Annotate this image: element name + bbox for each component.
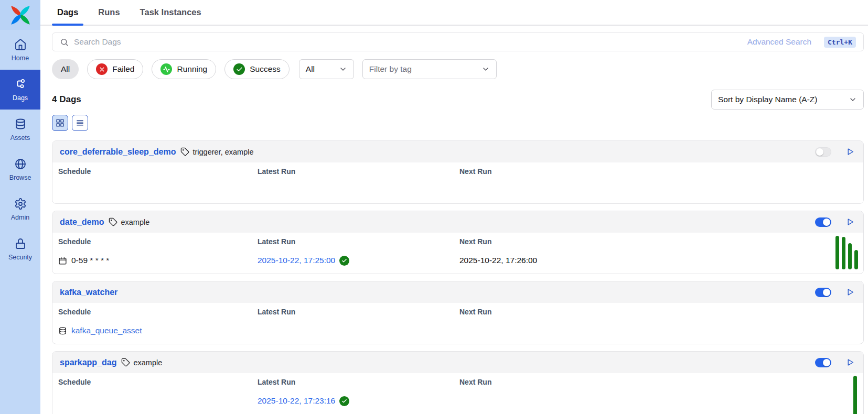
toggle-knob	[823, 219, 830, 226]
latest-run-value: 2025-10-22, 17:25:00	[258, 256, 459, 266]
success-state-icon	[233, 63, 245, 75]
trigger-dag-button[interactable]	[844, 287, 856, 298]
dag-card-list: core_deferrable_sleep_demo triggerer, ex…	[52, 140, 864, 414]
chip-failed[interactable]: Failed	[87, 59, 143, 79]
trigger-dag-button[interactable]	[844, 357, 856, 368]
run-bar[interactable]	[848, 243, 852, 269]
latest-run-column-label: Latest Run	[258, 308, 459, 316]
recent-runs-bar-chart[interactable]	[853, 376, 857, 414]
dag-pause-toggle[interactable]	[815, 147, 831, 157]
schedule-value: 0-59 * * * *	[58, 256, 258, 265]
sidebar-item-assets[interactable]: Assets	[0, 110, 40, 149]
latest-run-link[interactable]: 2025-10-22, 17:23:16	[258, 396, 335, 406]
tag-filter-select[interactable]: Filter by tag	[362, 59, 497, 79]
trigger-dag-button[interactable]	[844, 146, 856, 158]
sidebar-item-browse[interactable]: Browse	[0, 149, 40, 189]
sidebar-item-dags[interactable]: Dags	[0, 70, 40, 110]
dag-tags-label: example	[133, 358, 162, 367]
lock-icon	[14, 237, 27, 250]
tab-dags[interactable]: Dags	[56, 0, 79, 25]
home-icon	[14, 38, 27, 51]
view-toggle-group	[52, 115, 864, 131]
airflow-pinwheel-icon	[9, 4, 31, 26]
sort-value: Sort by Display Name (A-Z)	[718, 95, 817, 104]
assets-icon	[14, 118, 27, 130]
chip-running[interactable]: Running	[152, 59, 216, 79]
latest-run-column-label: Latest Run	[258, 167, 459, 176]
run-bar[interactable]	[854, 250, 858, 269]
schedule-column-label: Schedule	[58, 237, 258, 246]
top-tabbar: Dags Runs Task Instances	[40, 0, 868, 26]
sidebar-item-label: Admin	[11, 214, 29, 221]
browse-icon	[14, 158, 27, 170]
tag-filter-placeholder: Filter by tag	[369, 64, 412, 74]
chip-label: Failed	[112, 64, 134, 74]
trigger-dag-button[interactable]	[844, 216, 856, 228]
chevron-down-icon	[849, 95, 857, 104]
dag-card-body: Schedule Latest Run Next Run 0-59 * * * …	[52, 233, 863, 274]
enabled-filter-value: All	[306, 64, 315, 74]
dag-name-link[interactable]: core_deferrable_sleep_demo	[60, 147, 176, 157]
search-field[interactable]: Advanced Search Ctrl+K	[52, 32, 864, 51]
chip-success[interactable]: Success	[224, 59, 290, 79]
dag-pause-toggle[interactable]	[815, 217, 831, 227]
latest-run-column-label: Latest Run	[258, 237, 459, 246]
advanced-search-link[interactable]: Advanced Search	[747, 37, 811, 47]
chip-all-states[interactable]: All	[52, 59, 79, 79]
dag-tags-label: triggerer, example	[192, 148, 253, 156]
sidebar-item-label: Assets	[10, 134, 30, 141]
chevron-down-icon	[339, 65, 347, 73]
tab-runs[interactable]: Runs	[97, 0, 121, 25]
dags-page: Advanced Search Ctrl+K All Failed	[40, 26, 868, 414]
schedule-text: 0-59 * * * *	[71, 256, 109, 265]
sort-select[interactable]: Sort by Display Name (A-Z)	[711, 90, 864, 110]
dag-name-link[interactable]: date_demo	[60, 217, 104, 227]
list-view-icon	[76, 118, 84, 127]
toggle-knob	[823, 359, 830, 366]
play-icon	[846, 147, 855, 156]
dag-card-kafka-watcher: kafka_watcher Schedule Latest Run Next R…	[52, 281, 864, 344]
run-bar[interactable]	[835, 236, 839, 269]
main-area: Dags Runs Task Instances Advanced Search…	[40, 0, 868, 414]
dag-pause-toggle[interactable]	[815, 358, 831, 367]
toggle-knob	[823, 289, 830, 296]
enabled-filter-select[interactable]: All	[299, 59, 354, 79]
dag-pause-toggle[interactable]	[815, 288, 831, 297]
latest-run-link[interactable]: 2025-10-22, 17:25:00	[258, 256, 335, 265]
grid-view-icon	[56, 118, 65, 127]
play-icon	[846, 288, 855, 297]
chip-label: Success	[250, 64, 281, 74]
sidebar-item-label: Browse	[9, 174, 31, 181]
dag-name-link[interactable]: kafka_watcher	[60, 288, 117, 297]
calendar-icon	[58, 256, 67, 265]
airflow-logo[interactable]	[0, 0, 40, 30]
run-bar[interactable]	[842, 237, 845, 269]
schedule-column-label: Schedule	[58, 378, 258, 386]
search-row: Advanced Search Ctrl+K	[52, 32, 864, 51]
asset-icon	[58, 326, 67, 335]
next-run-value: 2025-10-22, 17:26:00	[459, 256, 856, 265]
recent-runs-bar-chart[interactable]	[835, 236, 858, 269]
state-filter-row: All Failed Running	[52, 59, 864, 79]
asset-schedule-link[interactable]: kafka_queue_asset	[71, 326, 142, 335]
run-success-badge	[339, 256, 349, 266]
run-success-badge	[339, 396, 349, 406]
run-bar[interactable]	[853, 376, 857, 414]
schedule-column-label: Schedule	[58, 308, 258, 316]
sidebar-item-label: Dags	[13, 94, 28, 102]
table-view-button[interactable]	[72, 115, 88, 131]
sidebar-item-admin[interactable]: Admin	[0, 189, 40, 229]
card-view-button[interactable]	[52, 115, 68, 131]
chip-label: All	[61, 64, 70, 74]
dag-name-link[interactable]: sparkapp_dag	[60, 358, 116, 367]
sidebar-item-home[interactable]: Home	[0, 30, 40, 70]
sidebar-item-label: Home	[12, 55, 29, 62]
dag-tags-label: example	[121, 218, 149, 226]
app-window: Home Dags Assets Browse Admin Security D…	[0, 0, 868, 414]
sidebar-item-label: Security	[8, 254, 32, 261]
latest-run-column-label: Latest Run	[258, 378, 459, 386]
dag-card-core-deferrable-sleep-demo: core_deferrable_sleep_demo triggerer, ex…	[52, 140, 864, 204]
sidebar-item-security[interactable]: Security	[0, 229, 40, 269]
search-input[interactable]	[74, 37, 742, 47]
tab-task-instances[interactable]: Task Instances	[139, 0, 202, 25]
